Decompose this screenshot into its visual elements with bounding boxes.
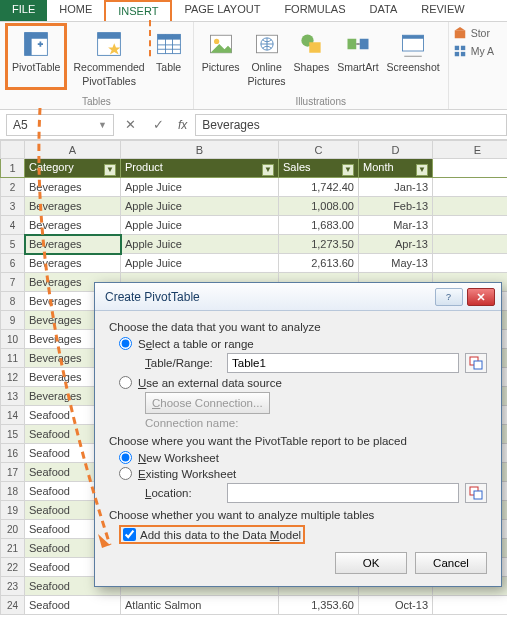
tab-home[interactable]: HOME [47,0,104,21]
filter-dropdown-icon[interactable]: ▼ [262,164,274,176]
select-all-corner[interactable] [1,141,25,159]
cell-empty[interactable] [433,254,508,273]
cell-sales[interactable]: 2,613.60 [279,254,359,273]
location-picker-button[interactable] [465,483,487,503]
fx-icon[interactable]: fx [174,118,191,132]
cell-sales[interactable]: 1,008.00 [279,197,359,216]
col-header[interactable]: D [359,141,433,159]
row-header[interactable]: 9 [1,311,25,330]
existing-worksheet-radio[interactable] [119,467,132,480]
col-header[interactable]: E [433,141,508,159]
cell-sales[interactable]: 1,683.00 [279,216,359,235]
cell-month[interactable]: May-13 [359,254,433,273]
row-header[interactable]: 19 [1,501,25,520]
cell-product[interactable]: Apple Juice [121,197,279,216]
recommended-pivottables-button[interactable]: Recommended PivotTables [71,26,146,89]
filter-dropdown-icon[interactable]: ▼ [104,164,116,176]
pivottable-button[interactable]: PivotTable [10,26,62,76]
screenshot-button[interactable]: Screenshot [385,26,442,89]
cell-month[interactable]: Feb-13 [359,197,433,216]
row-header[interactable]: 7 [1,273,25,292]
close-button[interactable] [467,288,495,306]
new-worksheet-radio[interactable] [119,451,132,464]
cell-empty[interactable] [433,235,508,254]
cell-category[interactable]: Beverages [25,178,121,197]
cell-empty[interactable] [433,216,508,235]
col-sales[interactable]: Sales▼ [279,159,359,178]
tab-file[interactable]: FILE [0,0,47,21]
shapes-button[interactable]: Shapes [292,26,332,89]
row-header[interactable]: 22 [1,558,25,577]
row-header[interactable]: 6 [1,254,25,273]
external-data-radio[interactable] [119,376,132,389]
cell-empty[interactable] [433,178,508,197]
row-header[interactable]: 5 [1,235,25,254]
cell-sales[interactable]: 1,742.40 [279,178,359,197]
row-header[interactable]: 24 [1,596,25,615]
cell-product[interactable]: Apple Juice [121,235,279,254]
smartart-button[interactable]: SmartArt [335,26,380,89]
row-header[interactable]: 17 [1,463,25,482]
col-month[interactable]: Month▼ [359,159,433,178]
filter-dropdown-icon[interactable]: ▼ [342,164,354,176]
tab-insert[interactable]: INSERT [104,0,172,21]
help-button[interactable]: ? [435,288,463,306]
row-header[interactable]: 23 [1,577,25,596]
cell-sales[interactable]: 1,353.60 [279,596,359,615]
tab-review[interactable]: REVIEW [409,0,476,21]
col-header[interactable]: B [121,141,279,159]
filter-dropdown-icon[interactable]: ▼ [416,164,428,176]
row-header[interactable]: 2 [1,178,25,197]
cell-product[interactable]: Apple Juice [121,178,279,197]
formula-input[interactable]: Beverages [195,114,507,136]
name-box[interactable]: A5▼ [6,114,114,136]
row-header[interactable]: 11 [1,349,25,368]
row-header[interactable]: 16 [1,444,25,463]
cell-product[interactable]: Apple Juice [121,254,279,273]
range-picker-button[interactable] [465,353,487,373]
cell-month[interactable]: Mar-13 [359,216,433,235]
cell-category[interactable]: Beverages [25,254,121,273]
enter-formula-button[interactable]: ✓ [146,114,170,136]
cell-month[interactable]: Oct-13 [359,596,433,615]
dialog-titlebar[interactable]: Create PivotTable ? [95,283,501,311]
row-header[interactable]: 4 [1,216,25,235]
pictures-button[interactable]: Pictures [200,26,242,89]
row-header[interactable]: 8 [1,292,25,311]
cell-empty[interactable] [433,596,508,615]
online-pictures-button[interactable]: Online Pictures [246,26,288,89]
cell-category[interactable]: Beverages [25,216,121,235]
table-button[interactable]: Table [151,26,187,89]
tab-formulas[interactable]: FORMULAS [272,0,357,21]
row-header[interactable]: 10 [1,330,25,349]
myapps-button[interactable]: My A [453,44,494,58]
cell-sales[interactable]: 1,273.50 [279,235,359,254]
store-button[interactable]: Stor [453,26,494,40]
cell-month[interactable]: Apr-13 [359,235,433,254]
row-header[interactable]: 12 [1,368,25,387]
col-header[interactable]: C [279,141,359,159]
tab-pagelayout[interactable]: PAGE LAYOUT [172,0,272,21]
col-header[interactable]: A [25,141,121,159]
cell-empty[interactable] [433,197,508,216]
table-range-input[interactable] [227,353,459,373]
col-product[interactable]: Product▼ [121,159,279,178]
select-table-range-radio[interactable] [119,337,132,350]
add-data-model-checkbox[interactable] [123,528,136,541]
row-header[interactable]: 13 [1,387,25,406]
ok-button[interactable]: OK [335,552,407,574]
row-header[interactable]: 15 [1,425,25,444]
row-header[interactable]: 21 [1,539,25,558]
cell-category[interactable]: Seafood [25,596,121,615]
row-header[interactable]: 20 [1,520,25,539]
row-header[interactable]: 3 [1,197,25,216]
cell-product[interactable]: Atlantic Salmon [121,596,279,615]
cell-category[interactable]: Beverages [25,235,121,254]
col-category[interactable]: Category▼ [25,159,121,178]
cancel-button[interactable]: Cancel [415,552,487,574]
row-header[interactable]: 18 [1,482,25,501]
cell-category[interactable]: Beverages [25,197,121,216]
cell-product[interactable]: Apple Juice [121,216,279,235]
row-header[interactable]: 14 [1,406,25,425]
cell-month[interactable]: Jan-13 [359,178,433,197]
